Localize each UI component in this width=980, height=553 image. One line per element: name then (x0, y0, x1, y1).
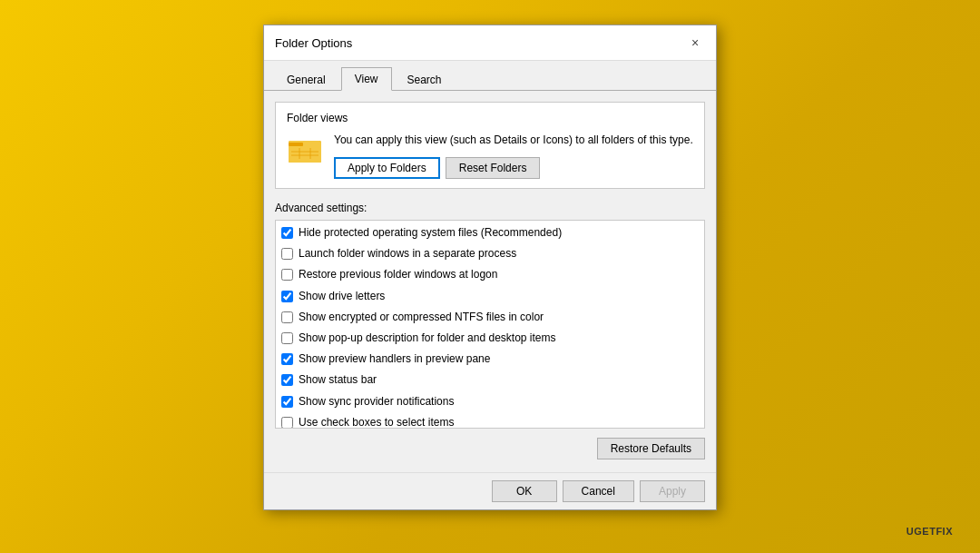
dialog-footer: OK Cancel Apply (264, 472, 716, 509)
tab-view[interactable]: View (341, 67, 392, 91)
restore-defaults-row: Restore Defaults (275, 438, 705, 459)
checkbox-show-sync-notifications[interactable] (281, 396, 293, 408)
checkbox-show-encrypted[interactable] (281, 311, 293, 323)
folder-views-description: You can apply this view (such as Details… (334, 132, 693, 148)
checkbox-restore-folder[interactable] (281, 269, 293, 281)
restore-defaults-button[interactable]: Restore Defaults (597, 438, 705, 459)
list-item: Show sync provider notifications (276, 391, 704, 412)
folder-icon (287, 132, 323, 164)
settings-list-wrapper: Hide protected operating system files (R… (275, 220, 705, 429)
checkbox-show-status-bar[interactable] (281, 374, 293, 386)
list-item: Show encrypted or compressed NTFS files … (276, 307, 704, 328)
checkbox-show-preview-handlers[interactable] (281, 353, 293, 365)
apply-to-folders-button[interactable]: Apply to Folders (334, 157, 440, 179)
tab-search[interactable]: Search (394, 67, 456, 91)
close-button[interactable]: × (685, 33, 705, 53)
list-item: Use check boxes to select items (276, 412, 704, 428)
folder-options-dialog: Folder Options × General View Search Fol… (263, 25, 717, 510)
checkbox-launch-separate[interactable] (281, 248, 293, 260)
checkbox-show-popup[interactable] (281, 332, 293, 344)
checkbox-use-check-boxes[interactable] (281, 417, 293, 428)
list-item: Hide protected operating system files (R… (276, 222, 704, 243)
tab-general[interactable]: General (273, 67, 339, 91)
advanced-settings-label: Advanced settings: (275, 202, 705, 214)
ok-button[interactable]: OK (492, 480, 557, 502)
checkbox-hide-os-files[interactable] (281, 227, 293, 239)
reset-folders-button[interactable]: Reset Folders (446, 157, 541, 179)
folder-views-title: Folder views (287, 112, 693, 124)
folder-views-inner: You can apply this view (such as Details… (287, 132, 693, 179)
list-item: Show preview handlers in preview pane (276, 349, 704, 370)
dialog-title: Folder Options (275, 36, 352, 50)
folder-views-right: You can apply this view (such as Details… (334, 132, 693, 179)
apply-button[interactable]: Apply (640, 480, 705, 502)
checkbox-show-drive-letters[interactable] (281, 291, 293, 302)
list-item: Restore previous folder windows at logon (276, 264, 704, 285)
settings-list[interactable]: Hide protected operating system files (R… (276, 221, 704, 428)
svg-rect-3 (289, 143, 303, 146)
list-item: Show drive letters (276, 286, 704, 307)
tab-content-view: Folder views (264, 91, 716, 472)
folder-views-section: Folder views (275, 102, 705, 189)
list-item: Show status bar (276, 370, 704, 390)
title-bar: Folder Options × (264, 25, 716, 61)
brand-badge: UGETFIX (906, 526, 953, 537)
cancel-button[interactable]: Cancel (563, 480, 634, 502)
list-item: Show pop-up description for folder and d… (276, 328, 704, 349)
tab-bar: General View Search (264, 61, 716, 91)
list-item: Launch folder windows in a separate proc… (276, 243, 704, 264)
folder-views-buttons: Apply to Folders Reset Folders (334, 157, 693, 179)
svg-rect-2 (289, 144, 321, 163)
